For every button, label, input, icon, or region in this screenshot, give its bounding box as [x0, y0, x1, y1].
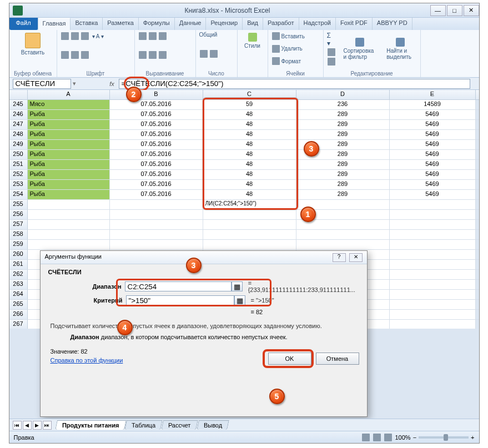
tab-view[interactable]: Вид — [243, 18, 263, 30]
row-header[interactable]: 263 — [9, 280, 28, 289]
fx-icon[interactable]: fx — [107, 80, 117, 87]
tab-addins[interactable]: Надстрой — [299, 18, 336, 30]
sheet-tab-3[interactable]: Рассчет — [161, 420, 198, 430]
cell[interactable]: 48 — [203, 170, 296, 179]
row-header[interactable]: 261 — [9, 260, 28, 269]
cell[interactable]: 5469 — [390, 120, 476, 129]
row-header[interactable]: 264 — [9, 290, 28, 299]
cell[interactable]: 48 — [203, 150, 296, 159]
row-header[interactable]: 267 — [9, 320, 28, 329]
cell[interactable]: Рыба — [28, 160, 110, 169]
row-header[interactable]: 255 — [9, 200, 28, 209]
row-header[interactable]: 251 — [9, 160, 28, 169]
expand-icon[interactable]: ▾ — [73, 80, 76, 87]
arg1-input[interactable] — [125, 281, 232, 291]
col-header-c[interactable]: C — [203, 90, 296, 99]
fill-icon[interactable] — [71, 51, 79, 59]
cell[interactable]: 289 — [296, 110, 390, 119]
name-box[interactable] — [13, 79, 71, 89]
cell[interactable]: 5469 — [390, 150, 476, 159]
cell[interactable]: 07.05.2016 — [110, 190, 203, 199]
font-color-icon[interactable] — [81, 51, 89, 59]
row-header[interactable]: 265 — [9, 300, 28, 309]
cell[interactable]: 289 — [296, 120, 390, 129]
col-header-a[interactable]: A — [28, 90, 110, 99]
cell[interactable]: 5469 — [390, 110, 476, 119]
col-header-e[interactable]: E — [390, 90, 476, 99]
cell[interactable]: 289 — [296, 160, 390, 169]
row-header[interactable]: 266 — [9, 310, 28, 319]
tab-data[interactable]: Данные — [175, 18, 207, 30]
row-header[interactable]: 258 — [9, 230, 28, 239]
row-header[interactable]: 253 — [9, 180, 28, 189]
cell[interactable]: 289 — [296, 170, 390, 179]
cell[interactable]: 5469 — [390, 190, 476, 199]
cell[interactable]: 07.05.2016 — [110, 150, 203, 159]
cell[interactable]: 5469 — [390, 130, 476, 139]
find-button[interactable]: Найти и выделить — [384, 37, 416, 61]
cell[interactable]: 48 — [203, 160, 296, 169]
cell[interactable]: 07.05.2016 — [110, 100, 203, 109]
arg2-input[interactable] — [126, 295, 234, 305]
tab-dev[interactable]: Разработ — [263, 18, 299, 30]
cell[interactable]: 289 — [296, 130, 390, 139]
sheet-nav-next[interactable]: ▶ — [33, 421, 42, 430]
tab-foxit[interactable]: Foxit PDF — [336, 18, 373, 30]
row-header[interactable]: 247 — [9, 120, 28, 129]
row-header[interactable]: 250 — [9, 150, 28, 159]
cell[interactable]: Рыба — [28, 120, 110, 129]
tab-abbyy[interactable]: ABBYY PD — [373, 18, 412, 30]
cell[interactable]: 5469 — [390, 140, 476, 149]
dialog-help-icon[interactable]: ? — [333, 253, 346, 262]
cell[interactable]: Рыба — [28, 180, 110, 189]
row-header[interactable]: 254 — [9, 190, 28, 199]
formula-input[interactable] — [119, 79, 470, 89]
underline-icon[interactable] — [81, 32, 89, 40]
sort-button[interactable]: Сортировка и фильтр — [341, 37, 379, 61]
cell[interactable]: 07.05.2016 — [110, 160, 203, 169]
row-header[interactable]: 259 — [9, 240, 28, 249]
sheet-nav-prev[interactable]: ◀ — [23, 421, 32, 430]
cell[interactable]: 236 — [296, 100, 390, 109]
cell[interactable]: Рыба — [28, 190, 110, 199]
arg1-range-button[interactable]: ▦ — [232, 281, 243, 291]
cell[interactable]: 48 — [203, 130, 296, 139]
row-header[interactable]: 246 — [9, 110, 28, 119]
minimize-button[interactable]: — — [430, 5, 446, 16]
border-icon[interactable] — [61, 51, 69, 59]
select-all[interactable] — [9, 90, 28, 99]
tab-formulas[interactable]: Формулы — [139, 18, 175, 30]
row-header[interactable]: 252 — [9, 170, 28, 179]
sheet-tab-4[interactable]: Вывод — [197, 420, 229, 430]
row-header[interactable]: 245 — [9, 100, 28, 109]
sheet-tab-2[interactable]: Таблица — [124, 420, 163, 430]
cell[interactable]: 07.05.2016 — [110, 170, 203, 179]
cell[interactable]: 48 — [203, 140, 296, 149]
view-layout-icon[interactable] — [373, 434, 381, 441]
cell[interactable]: 48 — [203, 180, 296, 189]
row-header[interactable]: 256 — [9, 210, 28, 219]
cell[interactable]: 5469 — [390, 180, 476, 189]
zoom-slider[interactable] — [419, 436, 469, 439]
view-normal-icon[interactable] — [362, 434, 370, 441]
cell[interactable]: 48 — [203, 120, 296, 129]
cell[interactable]: 07.05.2016 — [110, 120, 203, 129]
tab-review[interactable]: Рецензир — [206, 18, 243, 30]
cell[interactable]: 07.05.2016 — [110, 140, 203, 149]
close-button[interactable]: ✕ — [464, 5, 479, 16]
tab-file[interactable]: Файл — [9, 18, 38, 30]
cell[interactable]: Мясо — [28, 100, 110, 109]
cell[interactable]: 289 — [296, 180, 390, 189]
cell[interactable]: Рыба — [28, 130, 110, 139]
arg2-range-button[interactable]: ▦ — [234, 295, 245, 305]
cell[interactable]: Рыба — [28, 140, 110, 149]
styles-button[interactable]: Стили — [241, 32, 264, 50]
cell[interactable]: 5469 — [390, 160, 476, 169]
italic-icon[interactable] — [71, 32, 79, 40]
cell[interactable]: 48 — [203, 190, 296, 199]
view-break-icon[interactable] — [384, 434, 392, 441]
tab-layout[interactable]: Разметка — [103, 18, 139, 30]
col-header-d[interactable]: D — [296, 90, 390, 99]
row-header[interactable]: 249 — [9, 140, 28, 149]
cell[interactable]: 59 — [203, 100, 296, 109]
